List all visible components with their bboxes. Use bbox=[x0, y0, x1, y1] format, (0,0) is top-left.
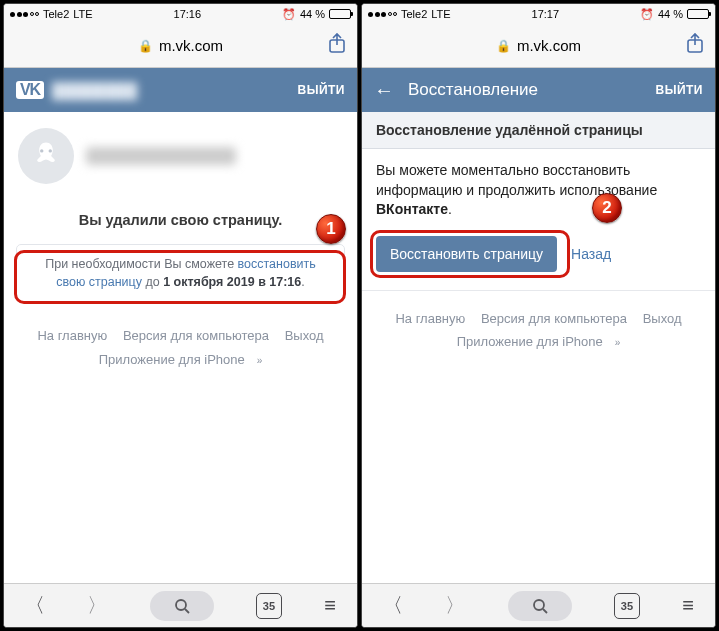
safari-toolbar: 〈 〉 35 ≡ bbox=[4, 583, 357, 627]
nav-forward-icon[interactable]: 〉 bbox=[445, 592, 465, 619]
lock-icon: 🔒 bbox=[496, 39, 511, 53]
nav-back-icon[interactable]: 〈 bbox=[25, 592, 45, 619]
nav-back-icon[interactable]: 〈 bbox=[383, 592, 403, 619]
phone-left: Tele2 LTE 17:16 ⏰ 44 % 🔒 m.vk.com VK ███… bbox=[3, 3, 358, 628]
page-title: Восстановление bbox=[408, 80, 538, 100]
sub-header: Восстановление удалённой страницы bbox=[362, 112, 715, 149]
vk-header: VK ████████ ВЫЙТИ bbox=[4, 68, 357, 112]
footer-home[interactable]: На главную bbox=[395, 311, 465, 326]
footer-logout[interactable]: Выход bbox=[285, 328, 324, 343]
carrier-text: Tele2 bbox=[401, 8, 427, 20]
signal-icon bbox=[368, 12, 397, 17]
footer-home[interactable]: На главную bbox=[37, 328, 107, 343]
logout-button[interactable]: ВЫЙТИ bbox=[298, 83, 346, 97]
footer-desktop[interactable]: Версия для компьютера bbox=[481, 311, 627, 326]
restore-info-box: При необходимости Вы сможете восстановит… bbox=[16, 244, 345, 302]
signal-icon bbox=[10, 12, 39, 17]
clock-text: 17:17 bbox=[532, 8, 560, 20]
alarm-icon: ⏰ bbox=[282, 8, 296, 21]
clock-text: 17:16 bbox=[174, 8, 202, 20]
lock-icon: 🔒 bbox=[138, 39, 153, 53]
footer-desktop[interactable]: Версия для компьютера bbox=[123, 328, 269, 343]
footer-links: На главную Версия для компьютера Выход П… bbox=[4, 316, 357, 375]
deleted-message: Вы удалили свою страницу. bbox=[4, 194, 357, 240]
alarm-icon: ⏰ bbox=[640, 8, 654, 21]
restore-page-button[interactable]: Восстановить страницу bbox=[376, 236, 557, 272]
username-blurred bbox=[86, 147, 236, 165]
nav-forward-icon[interactable]: 〉 bbox=[87, 592, 107, 619]
browser-url-bar[interactable]: 🔒 m.vk.com bbox=[362, 24, 715, 68]
search-button[interactable] bbox=[508, 591, 572, 621]
battery-icon bbox=[329, 9, 351, 19]
menu-icon[interactable]: ≡ bbox=[682, 594, 694, 617]
content-left: Вы удалили свою страницу. При необходимо… bbox=[4, 112, 357, 583]
content-right: Вы можете моментально восстановить инфор… bbox=[362, 149, 715, 583]
tabs-button[interactable]: 35 bbox=[614, 593, 640, 619]
safari-toolbar: 〈 〉 35 ≡ bbox=[362, 583, 715, 627]
network-text: LTE bbox=[431, 8, 450, 20]
battery-pct: 44 % bbox=[658, 8, 683, 20]
back-link[interactable]: Назад bbox=[571, 246, 611, 262]
url-text: m.vk.com bbox=[517, 37, 581, 54]
avatar bbox=[18, 128, 74, 184]
menu-icon[interactable]: ≡ bbox=[324, 594, 336, 617]
status-bar: Tele2 LTE 17:17 ⏰ 44 % bbox=[362, 4, 715, 24]
restore-deadline: 1 октября 2019 в 17:16 bbox=[163, 275, 301, 289]
annotation-badge-2: 2 bbox=[592, 193, 622, 223]
footer-logout[interactable]: Выход bbox=[643, 311, 682, 326]
svg-point-5 bbox=[534, 600, 544, 610]
url-text: m.vk.com bbox=[159, 37, 223, 54]
vk-logo-icon[interactable]: VK bbox=[16, 81, 44, 99]
search-button[interactable] bbox=[150, 591, 214, 621]
profile-name-blurred: ████████ bbox=[52, 82, 137, 99]
share-button[interactable] bbox=[327, 32, 347, 59]
network-text: LTE bbox=[73, 8, 92, 20]
browser-url-bar[interactable]: 🔒 m.vk.com bbox=[4, 24, 357, 68]
svg-point-2 bbox=[49, 149, 52, 152]
battery-pct: 44 % bbox=[300, 8, 325, 20]
annotation-badge-1: 1 bbox=[316, 214, 346, 244]
phone-right: Tele2 LTE 17:17 ⏰ 44 % 🔒 m.vk.com ← Восс… bbox=[361, 3, 716, 628]
footer-links: На главную Версия для компьютера Выход П… bbox=[362, 291, 715, 358]
footer-iphone-app[interactable]: Приложение для iPhone» bbox=[451, 334, 627, 349]
vk-header: ← Восстановление ВЫЙТИ bbox=[362, 68, 715, 112]
back-arrow-icon[interactable]: ← bbox=[374, 79, 394, 102]
share-button[interactable] bbox=[685, 32, 705, 59]
battery-icon bbox=[687, 9, 709, 19]
logout-button[interactable]: ВЫЙТИ bbox=[656, 83, 704, 97]
svg-point-1 bbox=[40, 149, 43, 152]
restore-description: Вы можете моментально восстановить инфор… bbox=[362, 149, 715, 226]
footer-iphone-app[interactable]: Приложение для iPhone» bbox=[93, 352, 269, 367]
status-bar: Tele2 LTE 17:16 ⏰ 44 % bbox=[4, 4, 357, 24]
svg-point-3 bbox=[176, 600, 186, 610]
carrier-text: Tele2 bbox=[43, 8, 69, 20]
tabs-button[interactable]: 35 bbox=[256, 593, 282, 619]
